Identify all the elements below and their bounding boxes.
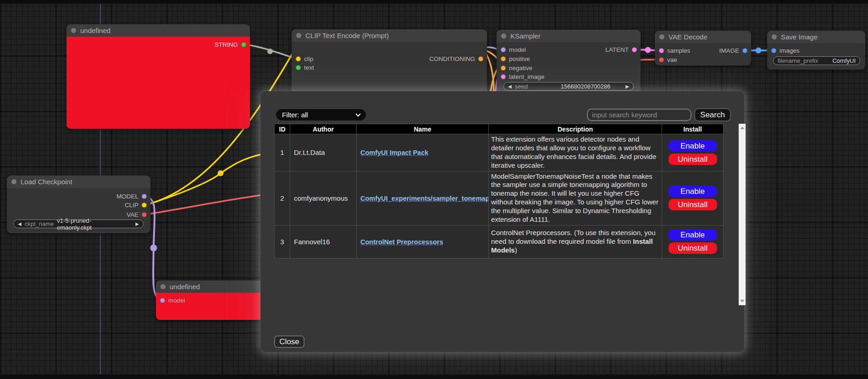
- enable-button[interactable]: Enable: [669, 229, 717, 241]
- negative-port-dot[interactable]: [501, 66, 506, 71]
- text-port-dot[interactable]: [296, 65, 301, 70]
- header-author: Author: [290, 124, 357, 134]
- node-title: KSampler: [510, 32, 541, 40]
- list-scrollbar[interactable]: [739, 124, 746, 305]
- collapse-dot[interactable]: [71, 28, 76, 33]
- vae-out-dot[interactable]: [142, 212, 147, 217]
- cell-author: comfyanonymous: [290, 171, 357, 225]
- node-title-bar[interactable]: undefined: [66, 24, 250, 37]
- node-title: undefined: [80, 27, 111, 34]
- table-row: 3 Fannovel16 ControlNet Preprocessors Co…: [275, 225, 724, 258]
- node-title-bar[interactable]: KSampler: [497, 30, 641, 42]
- ckpt-prev-icon[interactable]: ◀: [18, 221, 22, 226]
- reroute-dot-string[interactable]: [267, 49, 273, 54]
- port-label: samples: [667, 47, 690, 54]
- reroute-dot-latent[interactable]: [645, 47, 651, 53]
- string-port-dot[interactable]: [241, 42, 246, 47]
- bottom-edge-strip: [0, 374, 868, 379]
- filename-prefix-widget[interactable]: filename_prefix ComfyUI: [773, 56, 860, 65]
- table-header-row: ID Author Name Description Install: [275, 124, 724, 134]
- collapse-dot[interactable]: [659, 34, 664, 39]
- node-title-bar[interactable]: Load Checkpoint: [7, 176, 150, 188]
- port-label: STRING: [215, 41, 238, 48]
- model-port-dot[interactable]: [501, 47, 506, 52]
- model-out-dot[interactable]: [142, 194, 147, 199]
- extension-link[interactable]: ControlNet Preprocessors: [360, 238, 443, 246]
- reroute-dot-clip[interactable]: [218, 170, 224, 176]
- collapse-dot[interactable]: [501, 33, 506, 38]
- node-title-bar[interactable]: Save Image: [767, 31, 865, 43]
- filter-select[interactable]: Filter: all: [276, 109, 366, 121]
- extension-table: ID Author Name Description Install 1 Dr.…: [274, 124, 724, 258]
- clip-out-dot[interactable]: [142, 203, 147, 208]
- positive-port-dot[interactable]: [501, 56, 506, 61]
- node-title-bar[interactable]: CLIP Text Encode (Prompt): [292, 29, 487, 42]
- description-text: ): [515, 246, 517, 254]
- seed-increment-icon[interactable]: ▶: [625, 84, 629, 89]
- scroll-down-icon[interactable]: [740, 300, 745, 302]
- enable-button[interactable]: Enable: [669, 140, 717, 152]
- seed-value: 156680208700286: [561, 83, 610, 90]
- port-label: LATENT: [605, 46, 629, 53]
- close-button[interactable]: Close: [274, 335, 304, 348]
- cell-install: Enable Uninstall: [662, 171, 724, 225]
- model-port-dot[interactable]: [160, 298, 165, 303]
- cell-author: Dr.Lt.Data: [290, 134, 357, 171]
- image-port-dot[interactable]: [742, 48, 747, 53]
- node-undefined-top[interactable]: undefined STRING: [66, 24, 250, 129]
- node-vae-decode[interactable]: VAE Decode samples vae IMAGE: [655, 31, 751, 66]
- extension-link[interactable]: ComfyUI Impact Pack: [360, 149, 428, 156]
- seed-decrement-icon[interactable]: ◀: [508, 84, 512, 89]
- header-id: ID: [275, 124, 290, 134]
- extension-manager-dialog: Filter: all Search ID Author Name Descri…: [260, 91, 744, 352]
- reroute-dot-image[interactable]: [756, 48, 762, 54]
- scroll-up-icon[interactable]: [740, 126, 745, 129]
- node-ksampler[interactable]: KSampler model positive negative latent_…: [497, 30, 641, 96]
- clip-port-dot[interactable]: [296, 56, 301, 61]
- vae-port-dot[interactable]: [659, 57, 664, 62]
- ckpt-name-widget[interactable]: ◀ ckpt_name v1-5-pruned-emaonly.ckpt ▶: [13, 220, 144, 228]
- seed-widget[interactable]: ◀ seed 156680208700286 ▶: [503, 82, 634, 91]
- node-body-error: model: [156, 293, 273, 320]
- images-port-dot[interactable]: [771, 48, 776, 53]
- uninstall-button[interactable]: Uninstall: [669, 199, 717, 210]
- table-row: 2 comfyanonymous ComfyUI_experiments/sam…: [275, 171, 724, 225]
- cell-author: Fannovel16: [290, 225, 357, 258]
- collapse-dot[interactable]: [296, 33, 301, 38]
- collapse-dot[interactable]: [11, 179, 17, 184]
- latent-port-dot[interactable]: [632, 47, 637, 52]
- cell-description: ControlNet Preprocessors. (To use this e…: [489, 225, 662, 258]
- cell-install: Enable Uninstall: [662, 225, 724, 258]
- search-button[interactable]: Search: [694, 108, 731, 121]
- uninstall-button[interactable]: Uninstall: [669, 242, 717, 254]
- node-title: Load Checkpoint: [21, 178, 72, 186]
- node-clip-text-encode[interactable]: CLIP Text Encode (Prompt) clip text COND…: [292, 29, 487, 98]
- ckpt-name-value: v1-5-pruned-emaonly.ckpt: [57, 217, 120, 231]
- description-text: ControlNet Preprocessors. (To use this e…: [491, 229, 656, 245]
- ckpt-next-icon[interactable]: ▶: [135, 221, 139, 226]
- node-title-bar[interactable]: undefined: [156, 280, 273, 293]
- search-input[interactable]: [587, 109, 691, 121]
- input-port-vae: vae: [659, 56, 677, 63]
- wire-vae-left: [146, 194, 267, 214]
- collapse-dot[interactable]: [772, 34, 777, 39]
- header-description: Description: [489, 124, 662, 134]
- enable-button[interactable]: Enable: [669, 186, 717, 197]
- node-save-image[interactable]: Save Image images filename_prefix ComfyU…: [767, 31, 865, 70]
- node-load-checkpoint[interactable]: Load Checkpoint MODEL CLIP VAE ◀ ckpt_na…: [7, 176, 150, 233]
- comfyui-canvas[interactable]: undefined STRING CLIP Text Encode (Promp…: [0, 0, 868, 379]
- port-label: IMAGE: [719, 47, 739, 54]
- extension-link[interactable]: ComfyUI_experiments/sampler_tonemap: [360, 195, 489, 202]
- uninstall-button[interactable]: Uninstall: [669, 154, 717, 165]
- samples-port-dot[interactable]: [659, 48, 664, 53]
- conditioning-port-dot[interactable]: [478, 56, 483, 61]
- input-port-latent-image: latent_image: [501, 73, 544, 80]
- port-label: model: [168, 297, 185, 304]
- reroute-dot-model[interactable]: [150, 245, 157, 252]
- node-undefined-bottom[interactable]: undefined model: [156, 280, 273, 320]
- node-title-bar[interactable]: VAE Decode: [655, 31, 751, 43]
- collapse-dot[interactable]: [160, 284, 166, 289]
- latent-image-port-dot[interactable]: [501, 74, 506, 79]
- port-label: clip: [304, 55, 313, 62]
- cell-id: 2: [275, 171, 290, 225]
